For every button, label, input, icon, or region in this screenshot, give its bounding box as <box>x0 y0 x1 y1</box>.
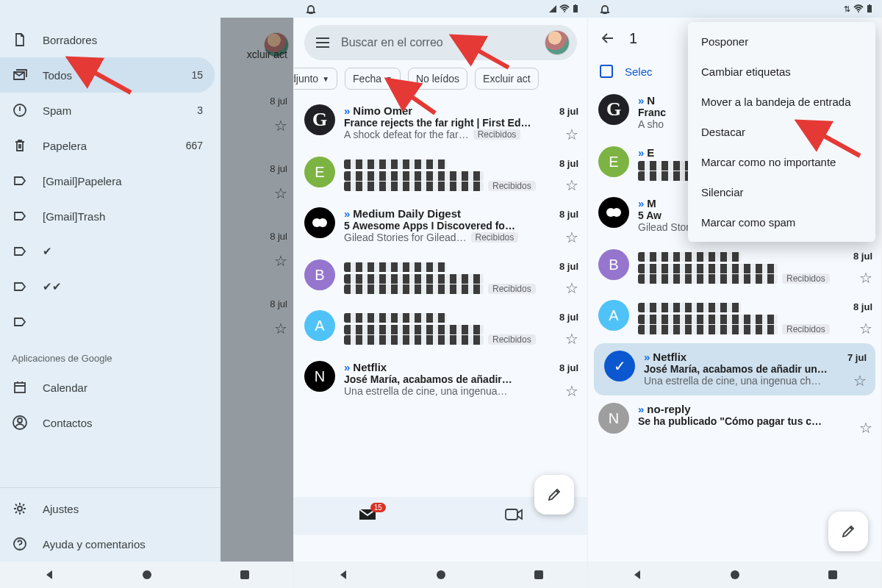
chip-excluir[interactable]: Excluir act <box>475 68 539 90</box>
sort-icon: ⇅ <box>844 4 850 14</box>
svg-rect-18 <box>534 570 543 579</box>
wifi-icon <box>559 4 570 13</box>
svg-point-5 <box>18 418 22 423</box>
drawer-trash[interactable]: Papelera 667 <box>0 128 215 163</box>
mail-sender <box>638 300 849 312</box>
menu-icon[interactable] <box>315 36 331 49</box>
mail-snippet: Recibidos <box>638 273 872 284</box>
mail-snippet: Una estrella de cine, una ingenua ch… <box>644 375 867 387</box>
mail-avatar[interactable]: A <box>304 310 335 341</box>
drawer-label-gmail-trash[interactable]: [Gmail]Trash <box>0 198 215 234</box>
menu-silenciar[interactable]: Silenciar <box>688 177 875 207</box>
mail-date: 8 jul <box>559 312 578 323</box>
drawer-label-empty[interactable] <box>0 304 215 340</box>
mail-avatar[interactable] <box>304 207 335 238</box>
android-navbar <box>0 562 293 588</box>
mail-item[interactable]: G »Nimo Omer 8 jul France rejects the fa… <box>294 97 587 149</box>
mail-avatar[interactable]: N <box>598 403 629 434</box>
mail-item[interactable]: ✓ »Netflix 7 jul José María, acabamos de… <box>594 343 875 395</box>
tab-meet[interactable] <box>504 507 523 525</box>
drawer-calendar[interactable]: Calendar <box>0 370 215 405</box>
menu-posponer[interactable]: Posponer <box>688 26 875 57</box>
panel-drawer: xcluir act 8 jul☆ 8 jul☆ 8 jul☆ 8 jul☆ B… <box>0 0 294 588</box>
compose-fab[interactable] <box>828 512 868 551</box>
menu-destacar[interactable]: Destacar <box>688 117 875 147</box>
mail-subject: 5 Awesome Apps I Discovered fo… <box>344 220 578 232</box>
mail-item[interactable]: E 8 jul Recibidos ☆ <box>294 149 587 200</box>
star-icon[interactable]: ☆ <box>565 279 578 297</box>
drawer-all[interactable]: Todos 15 <box>0 57 215 93</box>
nav-recent-icon[interactable] <box>240 570 250 580</box>
svg-point-9 <box>143 570 151 579</box>
mail-avatar[interactable]: G <box>304 104 335 135</box>
menu-cambiar-etiquetas[interactable]: Cambiar etiquetas <box>688 57 875 87</box>
nav-recent-icon[interactable] <box>534 570 544 580</box>
nav-home-icon[interactable] <box>142 570 152 580</box>
nav-home-icon[interactable] <box>730 570 740 580</box>
drawer-help[interactable]: Ayuda y comentarios <box>0 526 215 562</box>
android-navbar <box>588 562 881 588</box>
mail-avatar[interactable]: ✓ <box>604 351 635 381</box>
back-arrow-icon[interactable] <box>600 30 616 46</box>
mail-sender: »Medium Daily Digest <box>344 207 555 220</box>
star-icon[interactable]: ☆ <box>565 330 578 348</box>
menu-no-importante[interactable]: Marcar como no importante <box>688 147 875 177</box>
account-avatar[interactable] <box>545 30 570 55</box>
drawer-spam[interactable]: Spam 3 <box>0 93 215 128</box>
star-icon[interactable]: ☆ <box>565 126 578 143</box>
tab-mail[interactable]: 15 <box>358 507 377 525</box>
drawer-label-gmail-papelera[interactable]: [Gmail]Papelera <box>0 163 215 198</box>
panel-context-menu: ⇅ 1 Selec G »N Franc A sho ☆ E »E 8 jul … <box>588 0 882 588</box>
mail-item[interactable]: A 8 jul Recibidos ☆ <box>294 303 587 354</box>
mail-item[interactable]: »Medium Daily Digest 8 jul 5 Awesome App… <box>294 200 587 252</box>
search-bar[interactable]: Buscar en el correo <box>304 25 577 60</box>
svg-rect-21 <box>869 4 870 5</box>
nav-recent-icon[interactable] <box>828 570 838 580</box>
mail-avatar[interactable]: G <box>598 94 629 125</box>
mail-subject: José María, acabamos de añadir… <box>344 373 578 385</box>
mail-avatar[interactable] <box>598 197 629 228</box>
menu-spam[interactable]: Marcar como spam <box>688 207 875 237</box>
drawer-drafts[interactable]: Borradores <box>0 22 215 57</box>
select-all-label[interactable]: Selec <box>625 65 653 78</box>
mail-avatar[interactable]: B <box>598 249 629 280</box>
mail-item[interactable]: N »no-reply Se ha publicado "Cómo pagar … <box>588 395 881 442</box>
star-icon[interactable]: ☆ <box>859 320 872 337</box>
star-icon[interactable]: ☆ <box>565 176 578 194</box>
compose-fab[interactable] <box>534 475 574 514</box>
mail-item[interactable]: B 8 jul Recibidos ☆ <box>588 242 881 293</box>
mail-date: 8 jul <box>559 362 578 373</box>
mail-item[interactable]: B 8 jul Recibidos ☆ <box>294 252 587 303</box>
trash-icon <box>12 137 28 154</box>
chip-adjunto[interactable]: djunto▼ <box>294 68 337 90</box>
mail-sender: »Netflix <box>344 361 555 373</box>
chip-noleidos[interactable]: No leídos <box>408 68 467 90</box>
svg-rect-16 <box>506 509 517 520</box>
mail-avatar[interactable]: N <box>304 361 335 392</box>
nav-back-icon[interactable] <box>631 569 643 581</box>
nav-back-icon[interactable] <box>43 569 55 581</box>
menu-mover-bandeja[interactable]: Mover a la bandeja de entrada <box>688 87 875 117</box>
nav-back-icon[interactable] <box>337 569 349 581</box>
star-icon[interactable]: ☆ <box>853 372 867 390</box>
drawer-settings[interactable]: Ajustes <box>0 491 215 526</box>
select-all-checkbox[interactable] <box>600 65 613 78</box>
star-icon[interactable]: ☆ <box>565 382 578 400</box>
mail-avatar[interactable]: B <box>304 259 335 290</box>
mail-avatar[interactable]: E <box>598 146 629 177</box>
mail-item[interactable]: N »Netflix 8 jul José María, acabamos de… <box>294 354 587 406</box>
bell-icon <box>306 4 316 14</box>
star-icon[interactable]: ☆ <box>565 229 578 246</box>
spam-icon <box>12 102 28 118</box>
drawer-label-check[interactable]: ✔ <box>0 234 215 269</box>
drawer-label-doublecheck[interactable]: ✔✔ <box>0 269 215 304</box>
nav-home-icon[interactable] <box>436 570 446 580</box>
mail-avatar[interactable]: E <box>304 157 335 187</box>
label-icon <box>12 314 28 330</box>
star-icon[interactable]: ☆ <box>859 269 872 287</box>
star-icon[interactable]: ☆ <box>859 419 872 437</box>
mail-item[interactable]: A 8 jul Recibidos ☆ <box>588 293 881 343</box>
mail-avatar[interactable]: A <box>598 300 629 331</box>
chip-fecha[interactable]: Fecha▼ <box>345 68 401 90</box>
drawer-contacts[interactable]: Contactos <box>0 405 215 440</box>
